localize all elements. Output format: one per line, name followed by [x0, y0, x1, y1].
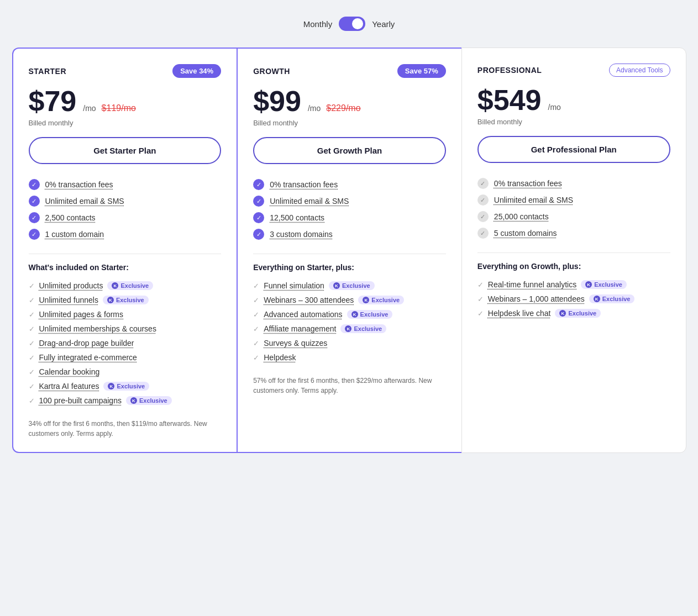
exclusive-badge: K Exclusive — [103, 382, 149, 391]
list-item: ✓ Fully integrated e-commerce — [29, 350, 222, 365]
list-item: ✓ 0% transaction fees — [253, 176, 446, 193]
exclusive-icon: K — [594, 296, 600, 302]
professional-plan-name: PROFESSIONAL — [477, 66, 542, 75]
starter-cta-button[interactable]: Get Starter Plan — [29, 137, 222, 164]
professional-price-row: $549 /mo — [477, 86, 670, 114]
exclusive-badge: K Exclusive — [107, 281, 153, 290]
check-icon: ✓ — [477, 211, 489, 222]
yearly-label: Yearly — [372, 19, 395, 29]
list-item: ✓ Surveys & quizzes — [253, 336, 446, 350]
list-item: ✓ 25,000 contacts — [477, 208, 670, 225]
check-icon: ✓ — [253, 196, 264, 207]
exclusive-badge: K Exclusive — [555, 309, 601, 318]
divider — [29, 254, 222, 254]
check-small-icon: ✓ — [253, 354, 259, 362]
list-item: ✓ Unlimited funnels K Exclusive — [29, 293, 222, 307]
list-item: ✓ 3 custom domains — [253, 226, 446, 243]
list-item: ✓ 12,500 contacts — [253, 209, 446, 226]
starter-core-features: ✓ 0% transaction fees ✓ Unlimited email … — [29, 176, 222, 243]
check-icon: ✓ — [253, 229, 264, 240]
growth-section-title: Everything on Starter, plus: — [253, 263, 446, 272]
list-item: ✓ 0% transaction fees — [477, 175, 670, 192]
exclusive-badge: K Exclusive — [103, 296, 149, 304]
professional-billed: Billed monthly — [477, 118, 670, 126]
growth-core-features: ✓ 0% transaction fees ✓ Unlimited email … — [253, 176, 446, 243]
check-small-icon: ✓ — [477, 281, 484, 289]
exclusive-badge: K Exclusive — [358, 296, 404, 304]
growth-price-period: /mo — [308, 104, 321, 113]
advanced-tools-badge: Advanced Tools — [609, 64, 670, 77]
starter-header: STARTER Save 34% — [29, 64, 222, 78]
check-small-icon: ✓ — [29, 282, 35, 290]
exclusive-icon: K — [585, 281, 592, 288]
check-small-icon: ✓ — [253, 325, 259, 333]
starter-section-title: What's included on Starter: — [29, 263, 222, 272]
check-small-icon: ✓ — [29, 368, 35, 376]
list-item: ✓ Unlimited email & SMS — [29, 193, 222, 209]
list-item: ✓ Unlimited pages & forms — [29, 307, 222, 322]
list-item: ✓ 5 custom domains — [477, 225, 670, 241]
list-item: ✓ Real-time funnel analytics K Exclusive — [477, 277, 670, 292]
growth-original-price: $229/mo — [326, 103, 360, 113]
check-small-icon: ✓ — [29, 382, 35, 391]
starter-footnote: 34% off for the first 6 months, then $11… — [29, 419, 222, 439]
starter-original-price: $119/mo — [102, 103, 136, 113]
exclusive-badge: K Exclusive — [581, 280, 627, 289]
list-item: ✓ Calendar booking — [29, 365, 222, 379]
check-icon: ✓ — [29, 229, 40, 240]
exclusive-icon: K — [112, 282, 118, 289]
check-small-icon: ✓ — [29, 354, 35, 362]
exclusive-icon: K — [130, 397, 137, 404]
list-item: ✓ Funnel simulation K Exclusive — [253, 278, 446, 293]
list-item: ✓ Unlimited memberships & courses — [29, 322, 222, 336]
check-small-icon: ✓ — [253, 296, 259, 304]
exclusive-icon: K — [559, 310, 566, 317]
list-item: ✓ Kartra AI features K Exclusive — [29, 379, 222, 393]
check-icon: ✓ — [477, 194, 489, 206]
growth-cta-button[interactable]: Get Growth Plan — [253, 137, 446, 164]
check-small-icon: ✓ — [29, 325, 35, 333]
billing-toggle[interactable] — [339, 17, 365, 31]
growth-plan-card: GROWTH Save 57% $99 /mo $229/mo Billed m… — [237, 48, 461, 453]
check-small-icon: ✓ — [253, 310, 259, 319]
exclusive-badge: K Exclusive — [589, 294, 635, 303]
list-item: ✓ Helpdesk live chat K Exclusive — [477, 306, 670, 320]
list-item: ✓ 0% transaction fees — [29, 176, 222, 193]
professional-core-features: ✓ 0% transaction fees ✓ Unlimited email … — [477, 175, 670, 241]
professional-extras: ✓ Real-time funnel analytics K Exclusive… — [477, 277, 670, 320]
growth-price: $99 — [253, 87, 301, 115]
professional-price: $549 — [477, 86, 542, 114]
exclusive-badge: K Exclusive — [329, 281, 375, 290]
billing-toggle-section: Monthly Yearly — [11, 17, 687, 31]
exclusive-icon: K — [108, 383, 114, 389]
list-item: ✓ 2,500 contacts — [29, 209, 222, 226]
list-item: ✓ Webinars – 1,000 attendees K Exclusive — [477, 292, 670, 306]
list-item: ✓ Webinars – 300 attendees K Exclusive — [253, 293, 446, 307]
list-item: ✓ Unlimited email & SMS — [253, 193, 446, 209]
exclusive-badge: K Exclusive — [126, 396, 172, 405]
monthly-label: Monthly — [303, 19, 333, 29]
starter-billed: Billed monthly — [29, 119, 222, 127]
professional-cta-button[interactable]: Get Professional Plan — [477, 136, 670, 163]
growth-save-badge: Save 57% — [397, 64, 446, 78]
list-item: ✓ Unlimited email & SMS — [477, 192, 670, 208]
exclusive-icon: K — [363, 297, 369, 303]
toggle-knob — [352, 18, 363, 29]
list-item: ✓ 100 pre-built campaigns K Exclusive — [29, 393, 222, 408]
starter-extras: ✓ Unlimited products K Exclusive ✓ Unlim… — [29, 278, 222, 408]
starter-price: $79 — [29, 87, 77, 115]
starter-price-row: $79 /mo $119/mo — [29, 87, 222, 115]
list-item: ✓ Affiliate management K Exclusive — [253, 322, 446, 336]
starter-save-badge: Save 34% — [172, 64, 221, 78]
growth-extras: ✓ Funnel simulation K Exclusive ✓ Webina… — [253, 278, 446, 365]
growth-plan-name: GROWTH — [253, 67, 290, 76]
exclusive-icon: K — [351, 311, 358, 318]
professional-section-title: Everything on Growth, plus: — [477, 262, 670, 271]
check-small-icon: ✓ — [253, 282, 259, 290]
check-small-icon: ✓ — [477, 309, 484, 318]
exclusive-badge: K Exclusive — [340, 324, 386, 333]
check-small-icon: ✓ — [29, 339, 35, 348]
check-icon: ✓ — [29, 179, 40, 190]
list-item: ✓ Advanced automations K Exclusive — [253, 307, 446, 322]
check-icon: ✓ — [253, 212, 264, 223]
